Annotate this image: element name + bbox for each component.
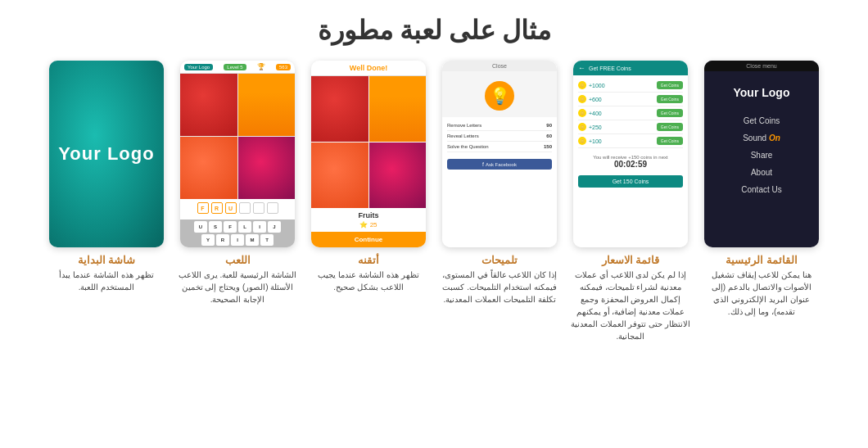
coins-header: Get FREE Coins: [589, 66, 631, 71]
coin-row-1000: 🪙 +1000 Get Coins: [578, 79, 683, 93]
get-coins-btn-4[interactable]: Get Coins: [657, 123, 683, 131]
screen-col-game: Your Logo Level 5 🏆 563 F R U: [177, 61, 298, 342]
screen-col-menu: Close menu Your Logo Get Coins Sound On …: [701, 61, 822, 342]
letter-u: U: [225, 202, 237, 214]
kb-key-f[interactable]: F: [224, 221, 237, 233]
ask-facebook-button[interactable]: f Ask Facebook: [447, 159, 552, 170]
letter-r: R: [211, 202, 223, 214]
menu-title: القائمة الرئيسية: [726, 254, 798, 266]
coin-icon-2: 🪙: [578, 95, 586, 103]
fruit-juice-img: [238, 74, 296, 136]
menu-item-contact[interactable]: Contact Us: [741, 185, 781, 194]
coins-next-area: You will receive +150 coins in next 00:0…: [573, 152, 688, 172]
menu-item-sound[interactable]: Sound On: [743, 133, 780, 143]
tips-bg: Close 💡 Remove Letters 90 Reveal Letters…: [442, 61, 557, 247]
tips-remove-label: Remove Letters: [447, 123, 481, 128]
coins-topbar: ← Get FREE Coins: [573, 61, 688, 75]
coin-icon-5: 🪙: [578, 137, 586, 145]
coin-icon-4: 🪙: [578, 123, 586, 131]
get-150-coins-button[interactable]: Get 150 Coins: [578, 175, 683, 188]
letter-f: F: [197, 202, 209, 214]
tips-solve-label: Solve the Question: [447, 144, 489, 149]
game-desc: الشاشة الرئيسية للعبة. يرى اللاعب الأسئل…: [177, 269, 298, 305]
game-title: اللعب: [225, 254, 251, 266]
game-word-area: F R U: [180, 199, 295, 219]
tips-remove-val: 90: [546, 123, 552, 128]
start-desc: تظهر هذه الشاشة عندما يبدأ المستخدم اللع…: [46, 269, 167, 293]
tips-reveal-val: 60: [546, 133, 552, 138]
kb-key-s[interactable]: S: [209, 221, 222, 233]
page-title: مثال على لعبة مطورة: [0, 0, 868, 54]
screen-frame-tips: Close 💡 Remove Letters 90 Reveal Letters…: [442, 61, 557, 247]
game-bg: Your Logo Level 5 🏆 563 F R U: [180, 61, 295, 247]
fruit-strawberry-img: [238, 137, 296, 199]
game-level: Level 5: [224, 64, 246, 70]
game-your-logo: Your Logo: [184, 64, 213, 70]
kb-row-2: Y R I M T: [182, 234, 293, 246]
menu-logo: Your Logo: [734, 86, 790, 99]
coins-bg: ← Get FREE Coins 🪙 +1000 Get Coins 🪙 +60…: [573, 61, 688, 247]
start-title: شاشة البداية: [78, 254, 136, 266]
game-images: [180, 74, 295, 199]
menu-item-share[interactable]: Share: [751, 151, 773, 160]
kb-key-i[interactable]: I: [253, 221, 266, 233]
coins-back-icon[interactable]: ←: [578, 64, 585, 72]
continue-button[interactable]: Continue: [311, 232, 426, 247]
game-word-row: F R U: [183, 202, 292, 214]
screens-row: Your Logo شاشة البداية تظهر هذه الشاشة ع…: [0, 54, 868, 349]
kb-key-y[interactable]: Y: [201, 234, 215, 246]
welldone-title: أتقنه: [358, 254, 379, 266]
screen-frame-menu: Close menu Your Logo Get Coins Sound On …: [704, 61, 819, 247]
fruit-apple-img: [180, 74, 237, 136]
coin-amount-5: +100: [589, 138, 657, 144]
welldone-bg: Well Done! Fruits ⭐ 25 Continue: [311, 61, 426, 247]
coins-rows: 🪙 +1000 Get Coins 🪙 +600 Get Coins 🪙 +40…: [573, 75, 688, 152]
get-coins-btn-1[interactable]: Get Coins: [657, 81, 683, 89]
welldone-desc: تظهر هذه الشاشة عندما يجيب اللاعب بشكل ص…: [308, 269, 429, 293]
coin-row-100: 🪙 +100 Get Coins: [578, 134, 683, 148]
screen-col-tips: Close 💡 Remove Letters 90 Reveal Letters…: [439, 61, 560, 342]
tips-rows: Remove Letters 90 Reveal Letters 60 Solv…: [442, 117, 557, 156]
game-topbar: Your Logo Level 5 🏆 563: [180, 61, 295, 74]
menu-item-coins[interactable]: Get Coins: [744, 116, 780, 125]
screen-frame-welldone: Well Done! Fruits ⭐ 25 Continue: [311, 61, 426, 247]
kb-row-1: U S F L I J: [182, 221, 293, 233]
game-keyboard: U S F L I J Y R I M T: [180, 219, 295, 247]
kb-key-r[interactable]: R: [216, 234, 229, 246]
letter-blank2: [253, 202, 264, 214]
screen-col-coins: ← Get FREE Coins 🪙 +1000 Get Coins 🪙 +60…: [570, 61, 691, 342]
fruit-oranges-img: [180, 137, 237, 199]
get-coins-btn-2[interactable]: Get Coins: [657, 95, 683, 103]
kb-key-m[interactable]: M: [246, 234, 259, 246]
menu-topbar: Close menu: [704, 61, 819, 71]
get-coins-btn-3[interactable]: Get Coins: [657, 109, 683, 117]
coins-title: قائمة الاسعار: [602, 254, 660, 266]
kb-key-t[interactable]: T: [260, 234, 274, 246]
tips-bulb-icon: 💡: [485, 81, 514, 111]
kb-key-l[interactable]: L: [238, 221, 251, 233]
menu-item-about[interactable]: About: [751, 168, 772, 177]
coin-icon-1: 🪙: [578, 81, 586, 89]
wd-juice: [369, 76, 427, 142]
tips-title: تلميحات: [481, 254, 518, 266]
wd-strawberry: [369, 143, 427, 208]
coins-timer: 00:02:59: [576, 160, 685, 169]
tips-row-solve: Solve the Question 150: [447, 142, 552, 152]
kb-key-i2[interactable]: I: [231, 234, 244, 246]
coin-amount-4: +250: [589, 124, 657, 130]
screen-frame-coins: ← Get FREE Coins 🪙 +1000 Get Coins 🪙 +60…: [573, 61, 688, 247]
tips-desc: إذا كان اللاعب عالقاً في المستوى، فيمكنه…: [439, 269, 560, 305]
wd-oranges: [311, 143, 368, 208]
coin-amount-3: +400: [589, 111, 657, 116]
welldone-word: Fruits: [313, 211, 424, 219]
tips-reveal-label: Reveal Letters: [447, 133, 479, 138]
tips-row-reveal: Reveal Letters 60: [447, 131, 552, 142]
kb-key-j[interactable]: J: [268, 221, 281, 233]
start-logo: Your Logo: [58, 143, 154, 165]
welldone-header: Well Done!: [311, 61, 426, 76]
get-coins-btn-5[interactable]: Get Coins: [657, 137, 683, 145]
kb-key-u[interactable]: U: [194, 221, 207, 233]
tips-row-remove: Remove Letters 90: [447, 120, 552, 131]
wd-apple: [311, 76, 368, 142]
tips-solve-val: 150: [544, 144, 552, 149]
